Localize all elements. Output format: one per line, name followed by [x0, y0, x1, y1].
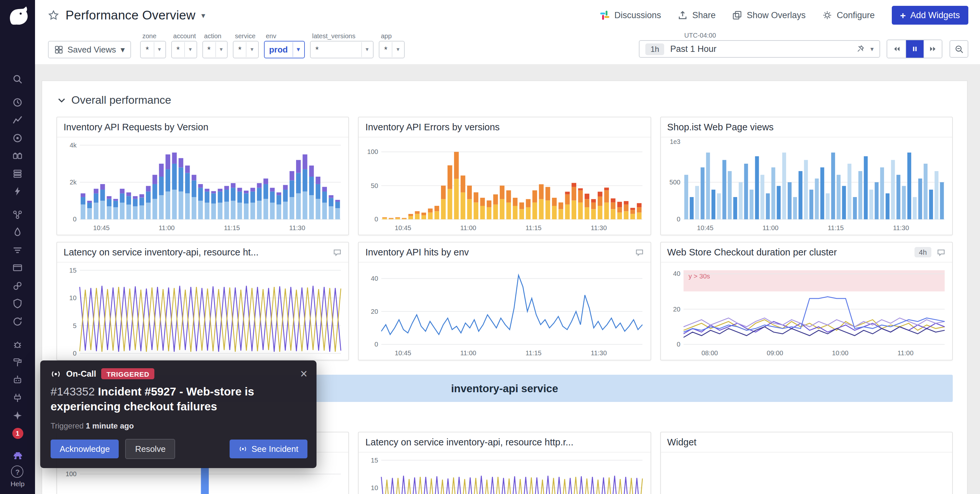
bits-ai-icon[interactable]: [12, 410, 23, 421]
search-icon[interactable]: [12, 73, 23, 85]
account-select[interactable]: *▾: [171, 41, 197, 58]
resolve-button[interactable]: Resolve: [126, 439, 175, 459]
svg-text:11:00: 11:00: [460, 349, 476, 357]
acknowledge-button[interactable]: Acknowledge: [51, 440, 119, 458]
synthetics-icon[interactable]: [12, 280, 23, 291]
app-select[interactable]: *▾: [379, 41, 405, 58]
latency-chart[interactable]: 051015: [57, 262, 348, 360]
infrastructure-icon[interactable]: [12, 168, 23, 179]
add-widgets-button[interactable]: + Add Widgets: [891, 6, 968, 25]
workflows-icon[interactable]: [12, 356, 23, 368]
timezone-label: UTC-04:00: [684, 32, 968, 39]
svg-text:100: 100: [368, 148, 379, 155]
svg-text:11:30: 11:30: [591, 224, 607, 232]
see-incident-button[interactable]: See Incident: [229, 440, 307, 458]
notifications-badge[interactable]: 1: [12, 427, 23, 438]
slack-icon: [600, 10, 610, 20]
widget-grid-row-2: Latency on service inventory-api, resour…: [56, 242, 953, 361]
share-icon: [678, 10, 688, 20]
ci-cd-icon[interactable]: [12, 315, 23, 327]
close-icon[interactable]: ×: [300, 369, 307, 379]
zoom-out-button[interactable]: [950, 40, 968, 58]
latest-versions-select[interactable]: *▾: [310, 41, 374, 58]
saved-views-button[interactable]: Saved Views ▾: [48, 41, 131, 58]
watchdog-icon[interactable]: [12, 132, 23, 144]
svg-text:11:30: 11:30: [591, 349, 607, 357]
template-variable-env: env prod▾: [264, 32, 305, 58]
template-variable-zone: zone *▾: [140, 32, 166, 58]
security-icon[interactable]: [12, 297, 23, 309]
widget-latency-inventory-api[interactable]: Latency on service inventory-api, resour…: [56, 242, 349, 361]
svg-text:10:45: 10:45: [697, 224, 713, 232]
pause-icon: [911, 45, 919, 52]
svg-text:10:00: 10:00: [832, 349, 848, 357]
rum-icon[interactable]: [12, 262, 23, 273]
chevron-down-icon: ▾: [215, 42, 223, 57]
action-select[interactable]: *▾: [202, 41, 228, 58]
share-button[interactable]: Share: [678, 10, 716, 20]
widget-inventory-api-requests[interactable]: Inventory API Requests by Version 02k4k1…: [56, 117, 349, 235]
zone-select[interactable]: *▾: [140, 41, 166, 58]
time-forward-button[interactable]: [924, 40, 942, 58]
section-overall-performance[interactable]: Overall performance: [58, 94, 953, 107]
widget-latency-http[interactable]: Latency on service inventory-api, resour…: [358, 432, 651, 494]
web-page-views-chart[interactable]: 05001e310:4511:0011:1511:30: [660, 137, 952, 235]
svg-text:11:00: 11:00: [897, 349, 913, 357]
checkout-duration-chart[interactable]: y > 30s0204008:0009:0010:0011:00: [660, 262, 952, 360]
dashboards-icon[interactable]: [12, 114, 23, 126]
overlays-icon: [733, 10, 742, 20]
widget-empty[interactable]: Widget: [660, 432, 953, 494]
configure-button[interactable]: Configure: [822, 10, 875, 20]
integrations-icon[interactable]: [12, 392, 23, 403]
svg-text:100: 100: [65, 470, 76, 478]
svg-text:15: 15: [371, 456, 379, 464]
svg-text:5: 5: [73, 322, 76, 329]
title-chevron-down-icon[interactable]: ▾: [201, 11, 205, 20]
service-catalog-icon[interactable]: [12, 150, 23, 161]
latency-http-chart[interactable]: 051015: [359, 453, 651, 494]
hits-by-env-chart[interactable]: 0204010:4511:0011:1511:30: [359, 262, 651, 360]
service-map-icon[interactable]: [12, 208, 23, 220]
svg-text:0: 0: [676, 215, 680, 223]
help-button[interactable]: ? Help: [10, 465, 24, 488]
widget-inventory-api-errors[interactable]: Inventory API Errors by versions 0501001…: [358, 117, 651, 235]
favorite-star-icon[interactable]: [48, 10, 59, 21]
question-icon: ?: [11, 465, 24, 478]
error-tracking-icon[interactable]: [12, 338, 23, 350]
service-select[interactable]: *▾: [233, 41, 258, 58]
template-variable-latest-versions: latest_versions *▾: [310, 32, 374, 58]
chevron-down-icon: ▾: [870, 45, 873, 52]
comment-icon[interactable]: [333, 248, 342, 256]
agents-icon[interactable]: [12, 374, 23, 386]
page-title: Performance Overview: [65, 8, 196, 23]
discussions-button[interactable]: Discussions: [600, 10, 661, 20]
widget-hits-by-env[interactable]: Inventory API hits by env 0204010:4511:0…: [358, 242, 651, 361]
arcade-icon[interactable]: [12, 450, 23, 462]
toast-timestamp: Triggered 1 minute ago: [51, 421, 306, 430]
svg-text:10:45: 10:45: [395, 349, 412, 357]
time-range-picker[interactable]: 1h Past 1 Hour ▾: [639, 40, 880, 58]
datadog-logo[interactable]: [6, 5, 29, 27]
pipelines-icon[interactable]: [12, 244, 23, 256]
widget-checkout-duration[interactable]: Web Store Checkout duration per cluster …: [660, 242, 953, 361]
widget-web-page-views[interactable]: Shop.ist Web Page views 05001e310:4511:0…: [660, 117, 953, 235]
svg-text:0: 0: [73, 215, 76, 223]
apm-icon[interactable]: [12, 186, 23, 197]
svg-text:40: 40: [371, 275, 379, 282]
errors-by-versions-chart[interactable]: 05010010:4511:0011:1511:30: [359, 137, 651, 235]
svg-text:11:15: 11:15: [224, 224, 240, 232]
svg-text:11:00: 11:00: [159, 224, 175, 232]
section-title: Overall performance: [72, 94, 171, 107]
svg-text:1e3: 1e3: [670, 139, 680, 145]
recents-icon[interactable]: [12, 96, 23, 108]
requests-by-version-chart[interactable]: 02k4k10:4511:0011:1511:30: [57, 137, 348, 235]
show-overlays-button[interactable]: Show Overlays: [733, 10, 806, 20]
svg-text:10: 10: [371, 484, 379, 491]
time-back-button[interactable]: [887, 40, 905, 58]
pause-button[interactable]: [905, 40, 924, 58]
logs-icon[interactable]: [12, 226, 23, 238]
comment-icon[interactable]: [937, 248, 946, 256]
env-select[interactable]: prod▾: [264, 41, 305, 58]
svg-text:15: 15: [69, 266, 77, 273]
comment-icon[interactable]: [635, 248, 644, 256]
